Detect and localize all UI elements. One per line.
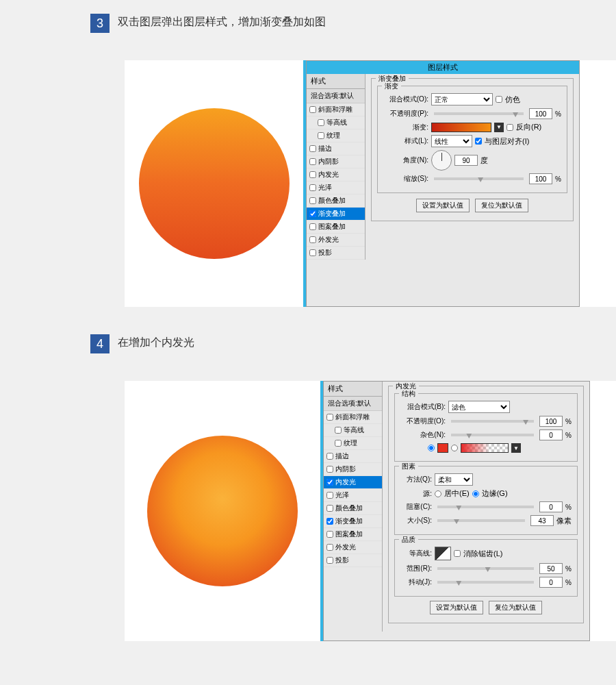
gradient-overlay-checkbox[interactable] <box>309 210 316 217</box>
satin-checkbox[interactable] <box>309 184 316 191</box>
outer-glow-checkbox-2[interactable] <box>326 544 333 551</box>
style-inner-shadow-2[interactable]: 内阴影 <box>324 463 382 476</box>
texture-checkbox-2[interactable] <box>335 440 342 447</box>
blend-mode-select[interactable]: 正常 <box>431 93 493 105</box>
contour-preview[interactable] <box>435 547 451 560</box>
blend-options-item-2[interactable]: 混合选项:默认 <box>324 397 382 411</box>
scale-label: 缩放(S): <box>383 174 428 184</box>
scale-slider[interactable] <box>434 177 524 180</box>
inner-shadow-checkbox-2[interactable] <box>326 466 333 473</box>
style-outer-glow[interactable]: 外发光 <box>307 234 365 247</box>
size-input[interactable] <box>530 515 554 526</box>
size-label: 大小(S): <box>400 516 432 525</box>
style-color-overlay[interactable]: 颜色叠加 <box>307 195 365 208</box>
style-pattern-overlay[interactable]: 图案叠加 <box>307 221 365 234</box>
style-contour-2[interactable]: 等高线 <box>324 424 382 437</box>
jitter-label: 抖动(J): <box>400 577 432 587</box>
style-gradient-overlay-2[interactable]: 渐变叠加 <box>324 515 382 528</box>
inner-shadow-checkbox[interactable] <box>309 158 316 165</box>
opacity-slider-2[interactable] <box>451 420 534 423</box>
style-color-overlay-2[interactable]: 颜色叠加 <box>324 502 382 515</box>
gradient-preview[interactable] <box>431 123 491 132</box>
method-select[interactable]: 柔和 <box>435 473 473 486</box>
style-satin-2[interactable]: 光泽 <box>324 489 382 502</box>
style-stroke[interactable]: 描边 <box>307 142 365 155</box>
angle-label: 角度(N): <box>383 155 428 165</box>
style-drop-shadow-2[interactable]: 投影 <box>324 554 382 567</box>
drop-shadow-checkbox-2[interactable] <box>326 557 333 564</box>
style-pattern-overlay-2[interactable]: 图案叠加 <box>324 528 382 541</box>
pattern-overlay-checkbox-2[interactable] <box>326 531 333 538</box>
opacity-input[interactable] <box>529 108 552 119</box>
inner-glow-checkbox[interactable] <box>309 171 316 178</box>
antialias-checkbox[interactable] <box>454 550 461 557</box>
gradient-dropdown-icon[interactable]: ▼ <box>494 123 504 132</box>
source-center-radio[interactable] <box>435 490 441 497</box>
size-slider[interactable] <box>437 519 525 522</box>
color-overlay-checkbox-2[interactable] <box>326 505 333 512</box>
blend-mode-label: 混合模式(O): <box>383 95 428 104</box>
set-default-button-2[interactable]: 设置为默认值 <box>430 601 483 614</box>
blend-options-item[interactable]: 混合选项:默认 <box>307 89 365 103</box>
blend-mode-label-2: 混合模式(B): <box>400 402 446 412</box>
opacity-input-2[interactable] <box>539 416 563 427</box>
align-checkbox[interactable] <box>475 138 482 145</box>
noise-input[interactable] <box>539 429 563 440</box>
align-label: 与图层对齐(I) <box>485 136 529 147</box>
style-stroke-2[interactable]: 描边 <box>324 450 382 463</box>
contour-checkbox-2[interactable] <box>335 427 342 434</box>
choke-slider[interactable] <box>437 506 534 508</box>
style-satin[interactable]: 光泽 <box>307 182 365 195</box>
style-inner-glow-2[interactable]: 内发光 <box>324 476 382 489</box>
reverse-checkbox[interactable] <box>506 124 513 131</box>
gradient-overlay-checkbox-2[interactable] <box>326 518 333 525</box>
range-slider[interactable] <box>437 567 534 570</box>
color-overlay-checkbox[interactable] <box>309 197 316 204</box>
texture-checkbox[interactable] <box>318 132 324 139</box>
bevel-checkbox-2[interactable] <box>326 414 333 421</box>
style-gradient-overlay[interactable]: 渐变叠加 <box>307 208 365 221</box>
style-bevel[interactable]: 斜面和浮雕 <box>307 103 365 116</box>
style-select[interactable]: 线性 <box>431 135 472 147</box>
style-contour[interactable]: 等高线 <box>307 116 365 129</box>
style-bevel-2[interactable]: 斜面和浮雕 <box>324 411 382 424</box>
glow-color-swatch[interactable] <box>437 443 448 453</box>
reset-default-button[interactable]: 复位为默认值 <box>475 199 528 212</box>
style-texture[interactable]: 纹理 <box>307 129 365 142</box>
pattern-overlay-checkbox[interactable] <box>309 223 316 230</box>
bevel-checkbox[interactable] <box>309 106 316 113</box>
outer-glow-checkbox[interactable] <box>309 236 316 243</box>
stroke-checkbox-2[interactable] <box>326 453 333 460</box>
style-texture-2[interactable]: 纹理 <box>324 437 382 450</box>
stroke-checkbox[interactable] <box>309 145 316 152</box>
range-input[interactable] <box>539 563 563 574</box>
inner-glow-checkbox-2[interactable] <box>326 479 333 486</box>
drop-shadow-checkbox[interactable] <box>309 249 316 256</box>
style-inner-glow[interactable]: 内发光 <box>307 169 365 182</box>
opacity-slider[interactable] <box>434 112 524 115</box>
reset-default-button-2[interactable]: 复位为默认值 <box>489 601 542 614</box>
gradient-radio[interactable] <box>451 445 458 451</box>
blend-mode-select-2[interactable]: 滤色 <box>448 401 510 413</box>
pct-label: % <box>555 175 561 183</box>
glow-gradient-dropdown-icon[interactable]: ▼ <box>511 443 521 453</box>
dither-checkbox[interactable] <box>496 96 502 103</box>
choke-input[interactable] <box>539 501 563 512</box>
jitter-input[interactable] <box>539 577 563 588</box>
noise-slider[interactable] <box>451 434 534 436</box>
contour-label-2: 等高线 <box>344 425 364 435</box>
style-outer-glow-2[interactable]: 外发光 <box>324 541 382 554</box>
color-radio[interactable] <box>428 445 435 451</box>
satin-checkbox-2[interactable] <box>326 492 333 499</box>
angle-dial[interactable] <box>431 150 452 171</box>
scale-input[interactable] <box>529 173 552 184</box>
contour-checkbox[interactable] <box>318 119 324 126</box>
style-drop-shadow[interactable]: 投影 <box>307 247 365 260</box>
gradient-label: 渐变: <box>383 123 428 132</box>
source-edge-radio[interactable] <box>472 490 479 497</box>
set-default-button[interactable]: 设置为默认值 <box>416 199 470 212</box>
angle-input[interactable] <box>454 155 478 166</box>
glow-gradient-preview[interactable] <box>461 443 509 453</box>
style-inner-shadow[interactable]: 内阴影 <box>307 155 365 169</box>
jitter-slider[interactable] <box>437 581 534 584</box>
